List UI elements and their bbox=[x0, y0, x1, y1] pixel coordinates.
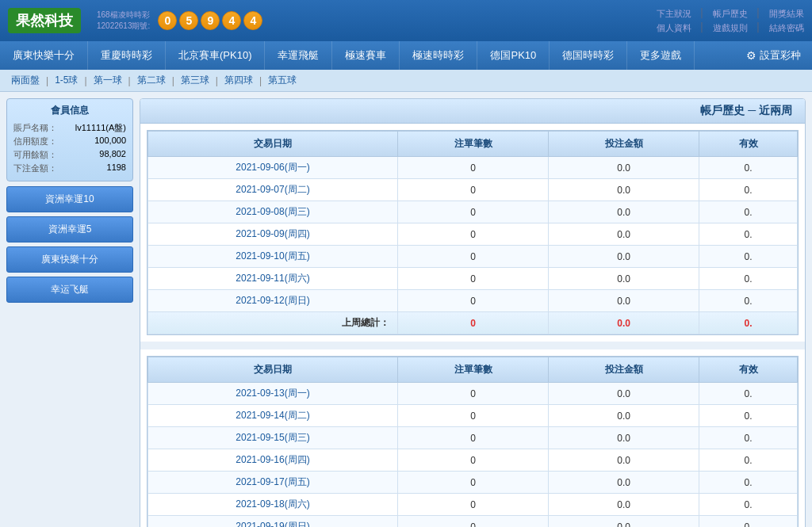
nav-item[interactable]: 廣東快樂十分 bbox=[0, 41, 88, 70]
table-row: 2021-09-18(周六)00.00. bbox=[148, 494, 798, 516]
nav-item[interactable]: 更多遊戲 bbox=[627, 41, 695, 70]
date-link[interactable]: 2021-09-18(周六) bbox=[236, 498, 309, 510]
lottery-ball: 0 bbox=[158, 11, 177, 30]
date-link[interactable]: 2021-09-09(周四) bbox=[236, 228, 309, 239]
header-link[interactable]: 開獎結果 bbox=[769, 8, 804, 20]
date-link[interactable]: 2021-09-12(周日) bbox=[236, 295, 309, 306]
table-valid-cell: 0. bbox=[699, 157, 798, 179]
nav-item[interactable]: 德国時時彩 bbox=[550, 41, 627, 70]
lottery-name: 168楊凌時時彩 bbox=[97, 10, 150, 21]
sub-nav-item[interactable]: 第四球 bbox=[221, 73, 256, 88]
table-row: 2021-09-16(周四)00.00. bbox=[148, 449, 798, 472]
header-link[interactable]: 結終密碼 bbox=[769, 22, 804, 34]
date-link[interactable]: 2021-09-16(周四) bbox=[236, 454, 309, 465]
header-right: 下主狀況│帳戶歷史│開獎結果 個人資料│遊戲規則│結終密碼 bbox=[657, 8, 804, 34]
table-valid-cell: 0. bbox=[699, 472, 798, 494]
nav-item[interactable]: 幸運飛艇 bbox=[265, 41, 332, 70]
nav-item[interactable]: 極速時時彩 bbox=[400, 41, 477, 70]
table-count-cell: 0 bbox=[398, 223, 549, 246]
page-title: 帳戶歷史 ─ 近兩周 bbox=[140, 99, 805, 124]
date-link[interactable]: 2021-09-11(周六) bbox=[236, 273, 309, 284]
header-links-row1: 下主狀況│帳戶歷史│開獎結果 bbox=[657, 8, 804, 20]
table-header-cell: 投注金額 bbox=[549, 357, 699, 383]
table-header-cell: 有效 bbox=[699, 132, 798, 157]
table-valid-cell: 0. bbox=[699, 494, 798, 516]
member-info-label: 可用餘額： bbox=[13, 149, 57, 161]
table-date-cell[interactable]: 2021-09-12(周日) bbox=[148, 290, 398, 312]
table-count-cell: 0 bbox=[398, 427, 549, 449]
header-link[interactable]: 個人資料 bbox=[657, 22, 691, 34]
header-link[interactable]: 下主狀況 bbox=[657, 8, 691, 20]
table-date-cell[interactable]: 2021-09-17(周五) bbox=[148, 472, 398, 494]
table-date-cell[interactable]: 2021-09-19(周日) bbox=[148, 516, 398, 528]
header-link[interactable]: 遊戲規則 bbox=[713, 22, 748, 34]
lottery-ball: 9 bbox=[201, 11, 220, 30]
sidebar-buttons: 資洲幸運10資洲幸運5廣東快樂十分幸运飞艇 bbox=[6, 186, 133, 303]
nav: 廣東快樂十分重慶時時彩北京賽車(PK10)幸運飛艇極速賽車極速時時彩德国PK10… bbox=[0, 41, 812, 70]
sub-nav-item[interactable]: 1-5球 bbox=[52, 73, 81, 88]
date-link[interactable]: 2021-09-14(周二) bbox=[236, 410, 309, 421]
settings-button[interactable]: ⚙設置彩种 bbox=[735, 41, 812, 70]
table-date-cell[interactable]: 2021-09-08(周三) bbox=[148, 201, 398, 223]
sub-nav-item[interactable]: 第二球 bbox=[134, 73, 169, 88]
total-amount: 0.0 bbox=[549, 312, 699, 334]
sidebar-button[interactable]: 資洲幸運5 bbox=[6, 216, 133, 242]
date-link[interactable]: 2021-09-15(周三) bbox=[236, 432, 309, 443]
table-date-cell[interactable]: 2021-09-14(周二) bbox=[148, 405, 398, 427]
table-amount-cell: 0.0 bbox=[549, 179, 699, 201]
table-amount-cell: 0.0 bbox=[549, 494, 699, 516]
table-amount-cell: 0.0 bbox=[549, 472, 699, 494]
nav-item[interactable]: 北京賽車(PK10) bbox=[166, 41, 265, 70]
table2-section: 交易日期注單筆數投注金額有效 2021-09-13(周一)00.00.2021-… bbox=[147, 356, 799, 527]
sub-nav-item[interactable]: 兩面盤 bbox=[8, 73, 43, 88]
table-date-cell[interactable]: 2021-09-16(周四) bbox=[148, 449, 398, 472]
nav-item[interactable]: 重慶時時彩 bbox=[88, 41, 166, 70]
table-valid-cell: 0. bbox=[699, 427, 798, 449]
sidebar-button[interactable]: 幸运飞艇 bbox=[6, 277, 133, 303]
table-row: 2021-09-09(周四)00.00. bbox=[148, 223, 798, 246]
table-amount-cell: 0.0 bbox=[549, 383, 699, 405]
date-link[interactable]: 2021-09-19(周日) bbox=[236, 521, 309, 527]
table-amount-cell: 0.0 bbox=[549, 223, 699, 246]
table-date-cell[interactable]: 2021-09-11(周六) bbox=[148, 268, 398, 290]
table-date-cell[interactable]: 2021-09-06(周一) bbox=[148, 157, 398, 179]
date-link[interactable]: 2021-09-06(周一) bbox=[236, 162, 309, 173]
main-content: 會員信息 賬戶名稱：lv11111(A盤)信用額度：100,000可用餘額：98… bbox=[0, 92, 812, 527]
date-link[interactable]: 2021-09-13(周一) bbox=[236, 388, 309, 399]
table-date-cell[interactable]: 2021-09-18(周六) bbox=[148, 494, 398, 516]
lottery-ball: 4 bbox=[243, 11, 262, 30]
table-header-cell: 注單筆數 bbox=[398, 132, 549, 157]
table-date-cell[interactable]: 2021-09-13(周一) bbox=[148, 383, 398, 405]
sub-nav-item[interactable]: 第五球 bbox=[265, 73, 300, 88]
table-date-cell[interactable]: 2021-09-10(周五) bbox=[148, 246, 398, 268]
member-info-title: 會員信息 bbox=[13, 104, 126, 117]
header-link[interactable]: 帳戶歷史 bbox=[713, 8, 748, 20]
sidebar-button[interactable]: 廣東快樂十分 bbox=[6, 246, 133, 273]
table-row: 2021-09-17(周五)00.00. bbox=[148, 472, 798, 494]
date-link[interactable]: 2021-09-08(周三) bbox=[236, 206, 309, 217]
sub-nav-item[interactable]: 第三球 bbox=[178, 73, 213, 88]
header-links-row2: 個人資料│遊戲規則│結終密碼 bbox=[657, 22, 804, 34]
table-count-cell: 0 bbox=[398, 449, 549, 472]
gear-icon: ⚙ bbox=[746, 49, 756, 62]
section-gap bbox=[140, 342, 805, 349]
sub-nav-item[interactable]: 第一球 bbox=[90, 73, 125, 88]
table-date-cell[interactable]: 2021-09-09(周四) bbox=[148, 223, 398, 246]
member-info-row: 賬戶名稱：lv11111(A盤) bbox=[13, 122, 126, 134]
lottery-title: 168楊凌時時彩 12022613期號: bbox=[97, 10, 150, 32]
date-link[interactable]: 2021-09-07(周二) bbox=[236, 184, 309, 195]
nav-item[interactable]: 德国PK10 bbox=[477, 41, 550, 70]
separator: │ bbox=[699, 22, 705, 34]
table-valid-cell: 0. bbox=[699, 383, 798, 405]
table-count-cell: 0 bbox=[398, 246, 549, 268]
sidebar-button[interactable]: 資洲幸運10 bbox=[6, 186, 133, 212]
table-amount-cell: 0.0 bbox=[549, 427, 699, 449]
nav-item[interactable]: 極速賽車 bbox=[332, 41, 400, 70]
table-header-cell: 注單筆數 bbox=[398, 357, 549, 383]
table-date-cell[interactable]: 2021-09-07(周二) bbox=[148, 179, 398, 201]
date-link[interactable]: 2021-09-10(周五) bbox=[236, 250, 309, 262]
table-date-cell[interactable]: 2021-09-15(周三) bbox=[148, 427, 398, 449]
date-link[interactable]: 2021-09-17(周五) bbox=[236, 476, 309, 487]
table-count-cell: 0 bbox=[398, 201, 549, 223]
table-count-cell: 0 bbox=[398, 157, 549, 179]
